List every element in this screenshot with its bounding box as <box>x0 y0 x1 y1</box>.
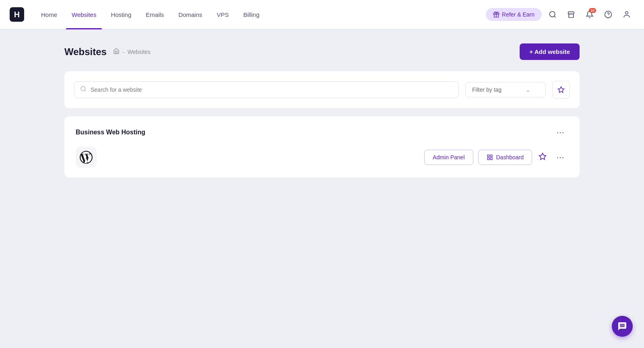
svg-rect-14 <box>490 155 492 157</box>
website-card-header: Business Web Hosting ⋯ <box>76 126 568 139</box>
hosting-section-menu-button[interactable]: ⋯ <box>553 126 568 139</box>
user-icon <box>623 10 631 19</box>
search-input-icon <box>80 86 87 94</box>
chat-support-button[interactable] <box>612 316 633 337</box>
filter-label: Filter by tag <box>472 86 502 93</box>
add-website-label: + Add website <box>529 48 570 55</box>
refer-earn-label: Refer & Earn <box>502 11 535 18</box>
nav-billing[interactable]: Billing <box>238 8 265 21</box>
star-icon <box>557 86 565 93</box>
nav-hosting[interactable]: Hosting <box>105 8 137 21</box>
chat-icon <box>617 321 627 331</box>
wordpress-icon <box>80 151 93 164</box>
nav-websites[interactable]: Websites <box>66 8 102 21</box>
account-button[interactable] <box>619 7 634 22</box>
favourites-button[interactable] <box>552 81 570 99</box>
navbar: H Home Websites Hosting Emails Domains V… <box>0 0 644 29</box>
logo[interactable]: H <box>10 7 24 22</box>
navbar-right: Refer & Earn 10 <box>486 7 634 22</box>
breadcrumb-home-icon <box>113 48 120 56</box>
nav-emails[interactable]: Emails <box>140 8 169 21</box>
dashboard-label: Dashboard <box>496 154 524 161</box>
dashboard-button[interactable]: Dashboard <box>478 150 533 165</box>
filter-by-tag-dropdown[interactable]: Filter by tag ⌄ <box>465 82 546 97</box>
help-button[interactable] <box>601 7 616 22</box>
gift-icon <box>493 11 500 18</box>
website-favourite-button[interactable] <box>537 151 548 164</box>
page-title: Websites <box>64 46 107 58</box>
refer-earn-button[interactable]: Refer & Earn <box>486 8 542 21</box>
store-button[interactable] <box>564 7 579 22</box>
svg-text:H: H <box>14 10 20 19</box>
hosting-section-title: Business Web Hosting <box>76 129 145 136</box>
search-icon <box>549 10 557 19</box>
website-menu-button[interactable]: ⋯ <box>553 151 568 164</box>
svg-point-8 <box>625 12 628 14</box>
svg-rect-15 <box>487 158 489 160</box>
svg-marker-17 <box>539 153 546 159</box>
nav-home[interactable]: Home <box>35 8 63 21</box>
nav-domains[interactable]: Domains <box>173 8 208 21</box>
svg-rect-13 <box>487 155 489 157</box>
help-icon <box>604 10 612 19</box>
svg-rect-16 <box>490 158 492 160</box>
svg-line-10 <box>85 90 86 91</box>
search-input[interactable] <box>91 86 453 93</box>
svg-point-9 <box>81 86 85 91</box>
add-website-button[interactable]: + Add website <box>520 43 580 60</box>
wordpress-icon-wrap <box>76 147 97 168</box>
page-header: Websites – Websites + Add website <box>64 43 580 60</box>
website-card: Business Web Hosting ⋯ Admin Panel Das <box>64 116 580 177</box>
nav-links: Home Websites Hosting Emails Domains VPS… <box>35 8 486 21</box>
svg-marker-11 <box>558 87 564 93</box>
svg-line-5 <box>554 16 556 18</box>
main-content: Websites – Websites + Add website <box>0 29 644 192</box>
notification-count: 10 <box>589 8 596 13</box>
search-button[interactable] <box>545 7 560 22</box>
nav-vps[interactable]: VPS <box>211 8 235 21</box>
search-input-wrapper <box>74 81 459 98</box>
breadcrumb-current: Websites <box>128 49 151 55</box>
admin-panel-button[interactable]: Admin Panel <box>424 150 473 165</box>
breadcrumb: – Websites <box>113 48 151 56</box>
svg-point-4 <box>550 12 555 17</box>
website-star-icon <box>539 152 547 161</box>
chevron-down-icon: ⌄ <box>526 86 530 93</box>
store-icon <box>567 10 575 19</box>
website-entry: Admin Panel Dashboard ⋯ <box>76 147 568 168</box>
website-actions: Admin Panel Dashboard ⋯ <box>424 150 568 165</box>
breadcrumb-separator: – <box>122 49 125 55</box>
page-header-left: Websites – Websites <box>64 46 151 58</box>
notifications-button[interactable]: 10 <box>582 7 597 22</box>
dashboard-icon <box>487 154 493 161</box>
search-card: Filter by tag ⌄ <box>64 71 580 108</box>
